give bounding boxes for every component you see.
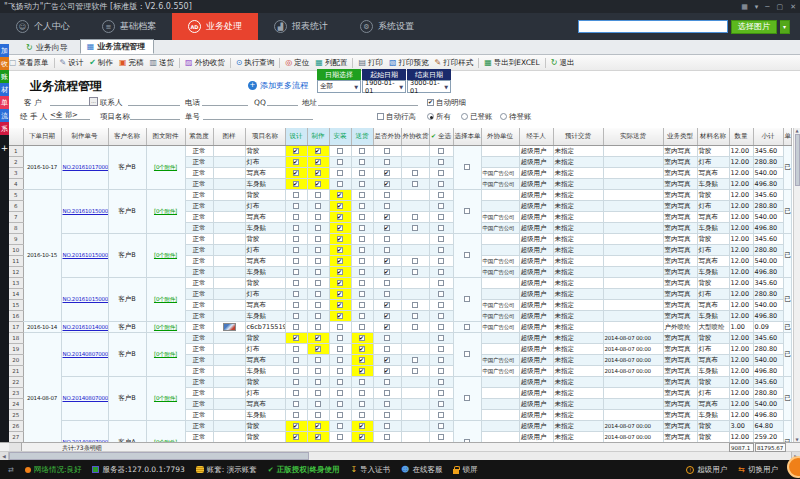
column-header-subtotal[interactable]: 小计 (753, 128, 783, 145)
order-link[interactable]: NO.201408070003 (63, 351, 109, 357)
checkbox[interactable] (438, 313, 444, 319)
checkbox[interactable] (438, 434, 444, 440)
dropdown-button[interactable]: ▾ (755, 3, 759, 11)
checkbox[interactable] (337, 324, 343, 330)
style-button[interactable]: ▦ (741, 3, 748, 11)
rail-tab-2[interactable]: 账 (0, 70, 9, 83)
checkbox[interactable] (337, 181, 343, 187)
checkbox[interactable] (293, 258, 299, 264)
image-search-input[interactable] (578, 20, 728, 33)
checkbox[interactable] (315, 401, 321, 407)
handler-input[interactable]: <全 部> (50, 110, 90, 120)
rail-tab-1[interactable]: 收 (0, 57, 9, 70)
checkbox[interactable] (384, 192, 390, 198)
checkbox[interactable] (384, 214, 390, 220)
toolbar-button-0[interactable]: ▢查看原单 (6, 58, 52, 68)
checkbox[interactable] (464, 351, 470, 357)
checkbox[interactable] (384, 434, 390, 440)
checkbox[interactable] (337, 170, 343, 176)
attachment-link[interactable]: [0个附件] (154, 208, 177, 214)
checkbox[interactable] (438, 368, 444, 374)
checkbox[interactable] (438, 412, 444, 418)
checkbox[interactable] (315, 302, 321, 308)
checkbox[interactable] (384, 170, 390, 176)
checkbox[interactable] (384, 280, 390, 286)
checkbox[interactable] (438, 192, 444, 198)
order-link[interactable]: NO.201408070002 (63, 395, 109, 401)
checkbox[interactable] (293, 412, 299, 418)
start-date-dropdown[interactable]: 1900-01-01▼ (362, 80, 406, 93)
column-header-material[interactable]: 材料名称 (697, 128, 729, 145)
checkbox[interactable] (384, 203, 390, 209)
checkbox[interactable] (438, 258, 444, 264)
checkbox[interactable] (384, 302, 390, 308)
checkbox[interactable] (438, 401, 444, 407)
rail-tab-6[interactable]: 系 (0, 122, 9, 135)
attachment-link[interactable]: [0个附件] (154, 252, 177, 258)
checkbox[interactable] (384, 148, 390, 154)
checkbox[interactable] (359, 357, 365, 363)
toolbar-button-6[interactable]: ⊙执行查询 (233, 58, 278, 68)
sample-thumbnail[interactable] (223, 323, 236, 331)
checkbox[interactable] (359, 335, 365, 341)
checkbox[interactable] (293, 170, 299, 176)
checkbox[interactable] (337, 390, 343, 396)
checkbox[interactable] (293, 291, 299, 297)
toolbar-button-7[interactable]: ◎定位 (282, 58, 312, 68)
qq-input[interactable] (267, 96, 298, 106)
checkbox[interactable] (315, 225, 321, 231)
checkbox[interactable] (293, 247, 299, 253)
add-more-process-link[interactable]: 添加更多流程 (248, 80, 308, 91)
checkbox[interactable] (337, 302, 343, 308)
customer-input[interactable] (50, 96, 89, 106)
column-header-install[interactable]: 安装 (329, 128, 351, 145)
online-service-button[interactable]: ☻在线客服 (401, 465, 442, 475)
checkbox[interactable] (359, 368, 365, 374)
checkbox[interactable] (464, 252, 470, 258)
checkbox[interactable] (315, 423, 321, 429)
checkbox[interactable] (438, 247, 444, 253)
switch-user-button[interactable]: ⇆切换用户 (738, 465, 778, 475)
nav-item-0[interactable]: ☺个人中心 (0, 13, 86, 40)
checkbox[interactable] (438, 159, 444, 165)
customer-picker-button[interactable]: … (89, 97, 98, 106)
checkbox[interactable] (384, 379, 390, 385)
checkbox[interactable] (359, 423, 365, 429)
checkbox[interactable] (293, 401, 299, 407)
checkbox[interactable] (293, 148, 299, 154)
checkbox[interactable] (337, 401, 343, 407)
radio-posted[interactable]: 已登账 (461, 112, 493, 122)
checkbox[interactable] (315, 170, 321, 176)
minimize-button[interactable]: ─ (765, 3, 769, 11)
scroll-up-icon[interactable]: ▲ (795, 128, 798, 133)
checkbox[interactable] (359, 390, 365, 396)
toolbar-button-9[interactable]: ▤打印 (355, 58, 386, 68)
checkbox[interactable] (337, 379, 343, 385)
checkbox[interactable] (384, 368, 390, 374)
column-header-rownum[interactable] (9, 128, 23, 145)
checkbox[interactable] (337, 291, 343, 297)
rail-tab-3[interactable]: 材 (0, 83, 9, 96)
checkbox[interactable] (293, 203, 299, 209)
checkbox[interactable] (412, 225, 418, 231)
checkbox[interactable] (359, 181, 365, 187)
column-header-expected[interactable]: 预计交货 (553, 128, 603, 145)
order-link[interactable]: NO.201610170001 (63, 164, 109, 170)
checkbox[interactable] (315, 346, 321, 352)
checkbox[interactable] (464, 164, 470, 170)
checkbox[interactable] (337, 423, 343, 429)
checkbox[interactable] (438, 181, 444, 187)
checkbox[interactable] (438, 269, 444, 275)
checkbox[interactable] (315, 148, 321, 154)
checkbox[interactable] (384, 258, 390, 264)
checkbox[interactable] (438, 203, 444, 209)
checkbox[interactable] (337, 269, 343, 275)
column-header-outrecv[interactable]: 外协收货 (401, 128, 429, 145)
checkbox[interactable] (337, 357, 343, 363)
checkbox[interactable] (337, 236, 343, 242)
toolbar-button-4[interactable]: ▥送货 (147, 58, 178, 68)
checkbox[interactable] (359, 280, 365, 286)
toolbar-button-8[interactable]: ▦列配置 (312, 58, 350, 68)
checkbox[interactable] (315, 357, 321, 363)
column-header-make[interactable]: 制作 (307, 128, 329, 145)
